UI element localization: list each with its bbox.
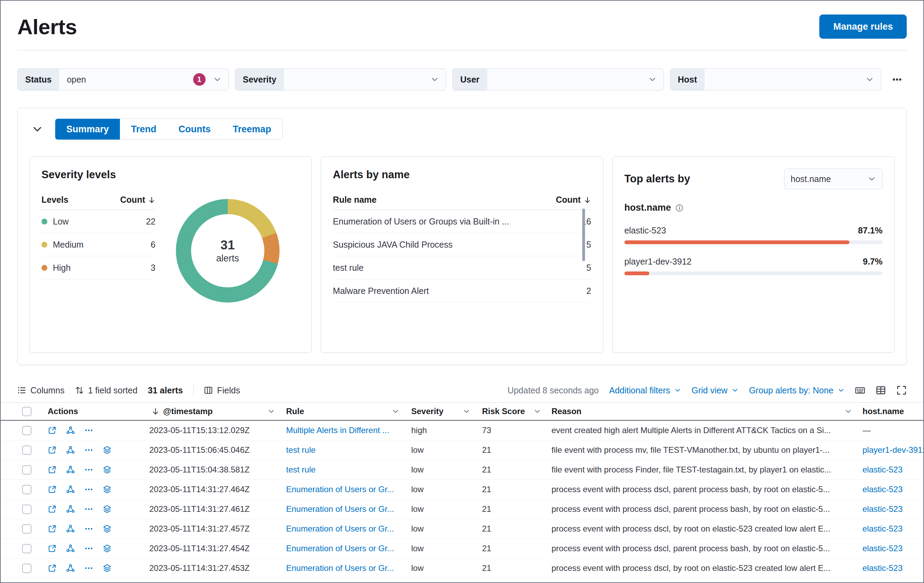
expand-alert-icon[interactable] [48,524,57,533]
row-checkbox[interactable] [22,465,31,474]
expand-alert-icon[interactable] [48,544,57,553]
session-view-icon[interactable] [102,465,112,474]
expand-alert-icon[interactable] [48,446,57,455]
row-checkbox[interactable] [22,505,31,514]
fullscreen-button[interactable] [896,385,907,395]
additional-filters-button[interactable]: Additional filters [609,385,681,395]
top-alerts-field-select[interactable]: host.name [784,168,883,189]
fields-icon [204,386,213,395]
alerts-by-name-card: Alerts by name Rule name Count Enumerati… [321,156,603,352]
host-filter[interactable]: Host [670,68,881,91]
tab-treemap[interactable]: Treemap [222,119,282,140]
row-checkbox[interactable] [22,426,31,435]
session-view-icon[interactable] [102,564,112,573]
more-actions-icon[interactable] [84,505,93,514]
analyze-event-icon[interactable] [66,505,75,514]
row-checkbox[interactable] [22,564,31,573]
group-alerts-by-button[interactable]: Group alerts by: None [749,385,845,395]
more-actions-icon[interactable] [84,524,93,533]
rule-link[interactable]: Enumeration of Users or Gr... [286,524,394,534]
session-view-icon[interactable] [102,524,112,533]
expand-alert-icon[interactable] [48,564,57,573]
analyze-event-icon[interactable] [66,485,75,494]
host-link[interactable]: elastic-523 [863,524,903,534]
more-actions-icon[interactable] [84,544,93,553]
analyze-event-icon[interactable] [66,524,75,533]
select-all-checkbox[interactable] [22,407,31,416]
rule-link[interactable]: Enumeration of Users or Gr... [286,504,394,514]
grid-display-button[interactable] [876,385,886,395]
scrollbar-thumb[interactable] [582,209,585,261]
sort-down-icon [584,196,591,204]
rule-link[interactable]: test rule [286,465,315,474]
rule-header[interactable]: Rule [280,403,405,420]
columns-button[interactable]: Columns [17,385,64,395]
host-link[interactable]: elastic-523 [863,465,903,474]
status-filter[interactable]: Status open 1 [17,68,229,91]
more-actions-icon[interactable] [84,465,93,474]
row-checkbox[interactable] [22,544,31,553]
top-alerts-card: Top alerts by host.name host.name elasti… [612,156,894,352]
tab-counts[interactable]: Counts [168,119,222,140]
analyze-event-icon[interactable] [66,465,75,474]
host-link[interactable]: elastic-523 [863,543,903,553]
host-value-link[interactable]: player1-dev-3912 [624,257,692,267]
row-checkbox[interactable] [22,446,31,455]
expand-alert-icon[interactable] [48,465,57,474]
session-view-icon[interactable] [102,505,112,514]
row-checkbox[interactable] [22,524,31,534]
severity-filter[interactable]: Severity [235,68,446,91]
rule-link[interactable]: test rule [286,445,315,455]
host-header[interactable]: host.name [858,403,924,420]
sorted-fields-button[interactable]: 1 field sorted [75,385,137,395]
more-actions-icon[interactable] [84,446,93,455]
analyze-event-icon[interactable] [66,544,75,553]
host-link[interactable]: elastic-523 [863,504,903,514]
session-view-icon[interactable] [102,485,112,494]
expand-alert-icon[interactable] [48,485,57,494]
sort-fields-icon [75,386,84,395]
more-actions-icon[interactable] [84,426,93,435]
severity-header[interactable]: Severity [405,403,476,420]
more-filters-button[interactable] [888,70,907,89]
fields-button[interactable]: Fields [204,385,240,395]
host-link[interactable]: elastic-523 [863,484,903,494]
tab-summary[interactable]: Summary [55,119,120,140]
analyze-event-icon[interactable] [66,446,75,455]
count-col[interactable]: Count [556,195,591,205]
rule-link[interactable]: Enumeration of Users or Gr... [286,543,394,553]
more-actions-icon[interactable] [84,485,93,494]
expand-alert-icon[interactable] [48,505,57,514]
tab-trend[interactable]: Trend [120,119,168,140]
risk-score-cell: 21 [476,480,547,499]
alerts-table: Actions @timestamp Rule Severity Risk Sc… [1,402,924,578]
chevron-down-icon [648,69,663,90]
user-filter[interactable]: User [452,68,664,91]
expand-alert-icon[interactable] [48,426,57,435]
severity-cell: high [405,421,476,440]
severity-col-count[interactable]: Count [120,195,155,205]
chevron-down-icon [866,69,881,90]
rule-link[interactable]: Multiple Alerts in Different ... [286,425,389,435]
keyboard-shortcuts-button[interactable] [855,385,865,395]
row-checkbox[interactable] [22,485,31,494]
grid-view-button[interactable]: Grid view [691,385,738,395]
session-view-icon[interactable] [102,446,112,455]
rule-link[interactable]: Enumeration of Users or Gr... [286,563,394,573]
more-actions-icon[interactable] [84,564,93,573]
analyze-event-icon[interactable] [66,564,75,573]
analyze-event-icon[interactable] [66,426,75,435]
timestamp-header[interactable]: @timestamp [146,403,280,420]
host-link[interactable]: player1-dev-3912 [863,445,924,455]
session-view-icon[interactable] [102,544,112,553]
host-value-link[interactable]: elastic-523 [624,226,666,236]
collapse-charts-button[interactable] [30,121,45,137]
table-row: 2023-05-11T14:31:27.464Z Enumeration of … [1,480,924,499]
info-icon[interactable] [675,204,683,212]
reason-header[interactable]: Reason [547,403,858,420]
risk-score-header[interactable]: Risk Score [476,403,547,420]
severity-cell: low [405,558,476,578]
host-link[interactable]: elastic-523 [863,563,903,573]
manage-rules-button[interactable]: Manage rules [819,15,907,39]
rule-link[interactable]: Enumeration of Users or Gr... [286,484,394,494]
